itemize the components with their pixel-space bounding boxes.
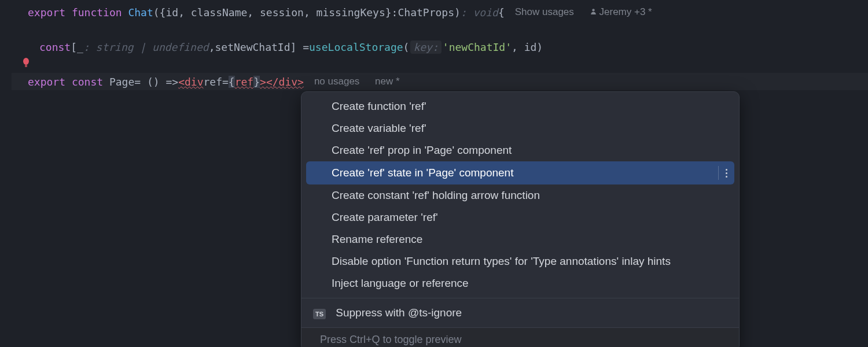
code-line-1[interactable]: export function Chat ({ id, className, s… <box>12 3 868 21</box>
quick-fix-popup[interactable]: Create function 'ref' Create variable 'r… <box>301 91 740 347</box>
popup-footer-hint: Press Ctrl+Q to toggle preview <box>301 328 739 347</box>
keyword-function: function <box>72 6 122 19</box>
popup-item-more[interactable] <box>718 166 727 180</box>
popup-item-inject-language[interactable]: Inject language or reference <box>301 272 739 294</box>
string-literal: 'newChatId' <box>443 41 512 53</box>
type-hint: : string | undefined <box>83 41 209 53</box>
person-icon <box>590 8 597 15</box>
brace: { <box>498 6 505 19</box>
page-ident: Page <box>109 76 134 88</box>
bracket-open: [ <box>71 41 77 53</box>
popup-item-create-constant[interactable]: Create constant 'ref' holding arrow func… <box>301 184 739 206</box>
close-paren: ) <box>454 6 461 19</box>
keyword-const: const <box>72 76 103 88</box>
popup-main-group: Create function 'ref' Create variable 'r… <box>301 92 739 298</box>
keyword-export: export <box>28 6 65 19</box>
bracket-close: ] = <box>290 41 310 53</box>
svg-point-1 <box>23 58 29 65</box>
popup-item-create-state[interactable]: Create 'ref' state in 'Page' component <box>306 161 734 184</box>
code-line-3[interactable]: export const Page = () => <div ref= { re… <box>12 73 868 90</box>
brace-open: { <box>229 76 235 88</box>
popup-suppress-group: TS Suppress with @ts-ignore <box>301 298 739 327</box>
rest-args: , id) <box>512 41 543 53</box>
code-line-2[interactable]: const [ _ : string | undefined , setNewC… <box>12 38 868 56</box>
inline-hints-2: no usages new * <box>314 76 413 87</box>
setter-name: setNewChatId <box>215 41 290 53</box>
popup-item-create-function[interactable]: Create function 'ref' <box>301 95 739 117</box>
popup-item-suppress[interactable]: TS Suppress with @ts-ignore <box>301 302 739 324</box>
jsx-close-tag: ></div> <box>260 76 304 88</box>
keyword-const: const <box>39 41 71 53</box>
call-open: ( <box>403 41 410 53</box>
popup-item-create-parameter[interactable]: Create parameter 'ref' <box>301 206 739 228</box>
code-editor[interactable]: export function Chat ({ id, className, s… <box>0 0 868 90</box>
svg-rect-2 <box>25 65 27 67</box>
popup-item-create-variable[interactable]: Create variable 'ref' <box>301 117 739 139</box>
new-file-marker: new * <box>375 76 400 87</box>
underscore-var: _ <box>77 41 83 53</box>
no-usages-text: no usages <box>314 76 359 87</box>
ts-icon: TS <box>313 309 326 319</box>
function-name: Chat <box>128 6 153 19</box>
param-hint-key: key: <box>410 40 441 54</box>
ref-error: ref <box>235 76 254 88</box>
return-type-hint: : void <box>461 6 498 19</box>
inline-hints: Show usages Jeremy +3 * <box>515 6 678 18</box>
brace-close: } <box>253 76 260 88</box>
params: id, className, session, missingKeys <box>165 6 385 19</box>
params-close: }: <box>385 6 398 19</box>
ref-attr: ref= <box>203 76 228 88</box>
gutter-line[interactable] <box>12 56 868 73</box>
popup-item-create-prop[interactable]: Create 'ref' prop in 'Page' component <box>301 139 739 161</box>
svg-point-0 <box>592 9 594 11</box>
more-vert-icon <box>726 169 727 178</box>
props-type: ChatProps <box>398 6 454 19</box>
author-info[interactable]: Jeremy +3 * <box>590 6 665 17</box>
hook-call: useLocalStorage <box>309 41 403 53</box>
comma: , <box>209 41 215 53</box>
popup-item-disable-hints[interactable]: Disable option 'Function return types' f… <box>301 250 739 272</box>
keyword-export: export <box>28 76 65 88</box>
blank-line[interactable] <box>12 21 868 38</box>
lightbulb-icon[interactable] <box>22 58 30 71</box>
arrow: = () => <box>134 76 178 88</box>
paren-open: ({ <box>153 6 166 19</box>
show-usages-link[interactable]: Show usages <box>515 6 574 17</box>
jsx-open-tag: <div <box>178 76 203 88</box>
popup-item-rename[interactable]: Rename reference <box>301 228 739 250</box>
